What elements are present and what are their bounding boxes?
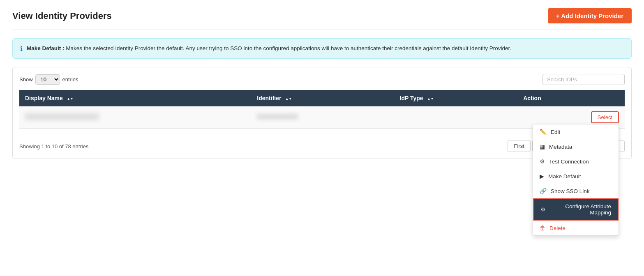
- show-sso-link-label: Show SSO Link: [551, 188, 590, 194]
- col-identifier: Identifier ▲▼: [251, 90, 394, 106]
- blurred-display-name: [25, 113, 99, 120]
- show-label: Show: [19, 76, 33, 83]
- idp-table: Display Name ▲▼ Identifier ▲▼ IdP Type ▲…: [19, 90, 625, 129]
- dropdown-item-configure-attribute-mapping[interactable]: ⚙ Configure Attribute Mapping: [533, 198, 619, 221]
- showing-entries: Showing 1 to 10 of 78 entries: [19, 143, 88, 150]
- table-row: Select ✏️ Edit ▦ Metadata: [19, 106, 625, 129]
- action-dropdown-container: Select ✏️ Edit ▦ Metadata: [591, 111, 619, 123]
- info-description: Makes the selected Identity Provider the…: [66, 45, 511, 51]
- entries-label: entries: [62, 76, 78, 83]
- edit-label: Edit: [551, 129, 560, 135]
- info-icon: ℹ: [20, 45, 23, 53]
- pagination-first[interactable]: First: [508, 140, 530, 152]
- test-connection-label: Test Connection: [549, 159, 589, 165]
- cell-idp-type: [394, 106, 518, 129]
- info-text: Make Default : Makes the selected Identi…: [27, 44, 511, 53]
- configure-mapping-icon: ⚙: [540, 206, 546, 213]
- sort-arrows-idp-type[interactable]: ▲▼: [427, 97, 434, 101]
- page-title: View Identity Providers: [12, 11, 112, 21]
- metadata-icon: ▦: [540, 143, 545, 150]
- page-header: View Identity Providers + Add Identity P…: [12, 8, 632, 30]
- sort-arrows-display-name[interactable]: ▲▼: [67, 97, 74, 101]
- make-default-icon: ▶: [540, 173, 544, 179]
- page-wrapper: View Identity Providers + Add Identity P…: [0, 0, 644, 276]
- make-default-label: Make Default: [548, 173, 581, 179]
- dropdown-item-metadata[interactable]: ▦ Metadata: [533, 139, 619, 154]
- edit-icon: ✏️: [540, 129, 547, 135]
- delete-icon: 🗑: [540, 225, 545, 231]
- delete-label: Delete: [549, 225, 566, 231]
- blurred-identifier: [257, 114, 298, 120]
- configure-mapping-label: Configure Attribute Mapping: [550, 203, 611, 216]
- sort-arrows-identifier[interactable]: ▲▼: [285, 97, 292, 101]
- info-bold: Make Default :: [27, 45, 65, 51]
- search-input[interactable]: [542, 74, 625, 85]
- add-identity-provider-button[interactable]: + Add Identity Provider: [548, 8, 632, 23]
- table-section: Show 10 25 50 100 entries Display Name ▲…: [12, 67, 632, 159]
- entries-select[interactable]: 10 25 50 100: [35, 74, 60, 85]
- cell-identifier: [251, 106, 394, 129]
- show-entries-row: Show 10 25 50 100 entries: [19, 74, 625, 85]
- sso-link-icon: 🔗: [540, 188, 547, 194]
- cell-display-name: [19, 106, 251, 129]
- dropdown-item-make-default[interactable]: ▶ Make Default: [533, 169, 619, 184]
- select-button[interactable]: Select: [591, 111, 619, 123]
- dropdown-menu: ✏️ Edit ▦ Metadata ⚙ Test Connection: [533, 124, 619, 236]
- dropdown-item-delete[interactable]: 🗑 Delete: [533, 221, 619, 235]
- dropdown-item-edit[interactable]: ✏️ Edit: [533, 124, 619, 139]
- dropdown-item-test-connection[interactable]: ⚙ Test Connection: [533, 154, 619, 169]
- table-header-row: Display Name ▲▼ Identifier ▲▼ IdP Type ▲…: [19, 90, 625, 106]
- dropdown-item-show-sso-link[interactable]: 🔗 Show SSO Link: [533, 184, 619, 198]
- cell-action: Select ✏️ Edit ▦ Metadata: [517, 106, 625, 129]
- test-connection-icon: ⚙: [540, 158, 545, 165]
- col-idp-type: IdP Type ▲▼: [394, 90, 518, 106]
- col-action: Action: [517, 90, 625, 106]
- col-display-name: Display Name ▲▼: [19, 90, 251, 106]
- show-entries-left: Show 10 25 50 100 entries: [19, 74, 78, 85]
- metadata-label: Metadata: [549, 144, 572, 150]
- info-box: ℹ Make Default : Makes the selected Iden…: [12, 38, 632, 59]
